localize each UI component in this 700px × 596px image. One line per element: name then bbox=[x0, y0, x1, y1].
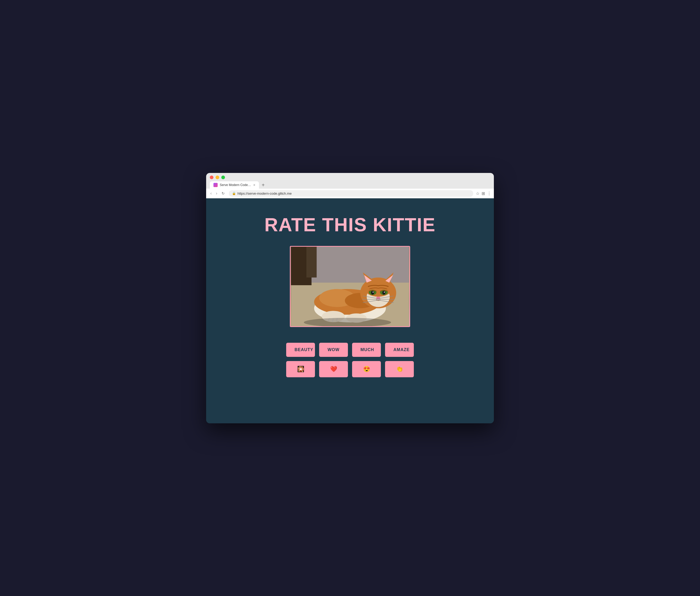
forward-button[interactable]: › bbox=[214, 191, 219, 196]
svg-point-22 bbox=[376, 296, 380, 300]
address-bar-row: ‹ › ↻ 🔒 https://serve-modern-code.glitch… bbox=[206, 189, 494, 198]
refresh-button[interactable]: ↻ bbox=[220, 191, 226, 196]
tab-title: Serve Modern Code Glit... bbox=[220, 183, 251, 187]
toolbar-icons: ☆ ⊞ ⋮ bbox=[476, 191, 491, 196]
lock-icon: 🔒 bbox=[232, 192, 236, 195]
wow-button[interactable]: WOW bbox=[319, 343, 348, 357]
new-tab-button[interactable]: + bbox=[259, 181, 267, 189]
page-title: RATE THIS KITTIE bbox=[265, 214, 436, 235]
tab-bar: Serve Modern Code Glit... × + bbox=[210, 181, 490, 189]
maximize-window-button[interactable] bbox=[221, 176, 225, 179]
extension-icon[interactable]: ⊞ bbox=[481, 191, 485, 196]
page-content: RATE THIS KITTIE bbox=[206, 198, 494, 423]
amaze-button[interactable]: AMAZE bbox=[385, 343, 414, 357]
beauty-button[interactable]: BEAUTY bbox=[286, 343, 315, 357]
cat-image bbox=[291, 247, 409, 326]
heart-button[interactable]: ❤️ bbox=[319, 361, 348, 377]
tab-close-button[interactable]: × bbox=[253, 183, 255, 187]
much-button[interactable]: MUCH bbox=[352, 343, 381, 357]
minimize-window-button[interactable] bbox=[216, 176, 219, 179]
nav-buttons: ‹ › ↻ bbox=[209, 191, 226, 196]
address-field[interactable]: 🔒 https://serve-modern-code.glitch.me bbox=[229, 190, 473, 197]
traffic-lights bbox=[210, 176, 490, 181]
svg-point-21 bbox=[384, 292, 385, 293]
rating-buttons-row: BEAUTY WOW MUCH AMAZE bbox=[286, 343, 414, 357]
browser-chrome: Serve Modern Code Glit... × + bbox=[206, 173, 494, 189]
sparkle-button[interactable]: 🎇 bbox=[286, 361, 315, 377]
back-button[interactable]: ‹ bbox=[209, 191, 213, 196]
emoji-buttons-row: 🎇 ❤️ 😍 👏 bbox=[286, 361, 414, 377]
clap-button[interactable]: 👏 bbox=[385, 361, 414, 377]
bookmark-icon[interactable]: ☆ bbox=[476, 191, 479, 196]
svg-point-19 bbox=[382, 291, 385, 295]
cat-image-container bbox=[290, 246, 410, 327]
active-tab[interactable]: Serve Modern Code Glit... × bbox=[210, 181, 259, 189]
svg-point-20 bbox=[373, 292, 374, 293]
buttons-section: BEAUTY WOW MUCH AMAZE 🎇 ❤️ 😍 👏 bbox=[286, 343, 414, 377]
url-text: https://serve-modern-code.glitch.me bbox=[238, 192, 292, 195]
menu-icon[interactable]: ⋮ bbox=[487, 191, 491, 196]
svg-rect-4 bbox=[306, 247, 317, 278]
tab-favicon bbox=[214, 183, 218, 187]
svg-point-18 bbox=[371, 291, 374, 295]
close-window-button[interactable] bbox=[210, 176, 214, 179]
browser-window: Serve Modern Code Glit... × + ‹ › ↻ 🔒 ht… bbox=[206, 173, 494, 423]
star-eyes-button[interactable]: 😍 bbox=[352, 361, 381, 377]
cat-svg bbox=[291, 247, 409, 326]
